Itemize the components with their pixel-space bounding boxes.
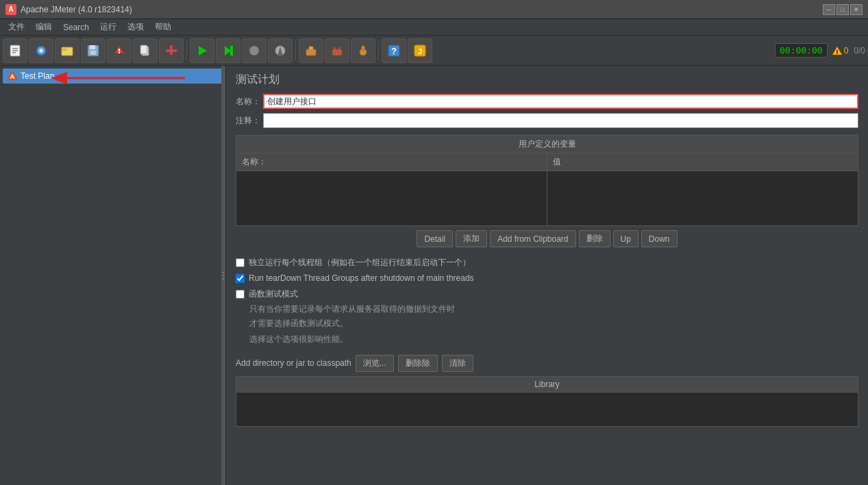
udv-actions: Detail 添加 Add from Clipboard 删除 Up Down [236, 230, 858, 247]
udv-name-cell [236, 171, 547, 226]
delete2-button[interactable]: 删除除 [398, 355, 438, 372]
remote-stop-button[interactable] [325, 38, 349, 63]
udv-col-value: 值 [547, 153, 858, 171]
option-text-3: 函数测试模式 [249, 288, 298, 300]
close-button[interactable]: ✕ [850, 4, 863, 15]
toolbar-separator-1 [186, 41, 187, 60]
library-table: Library [236, 376, 858, 427]
svg-rect-1 [12, 48, 18, 49]
menubar: 文件 编辑 Search 运行 选项 帮助 [0, 19, 868, 36]
svg-rect-26 [309, 47, 313, 50]
main-area: A Test Plan 测试计划 名称： [0, 66, 868, 485]
menu-run[interactable]: 运行 [95, 20, 122, 34]
browse-button[interactable]: 浏览... [356, 355, 394, 372]
svg-rect-8 [62, 49, 67, 51]
name-input[interactable] [263, 94, 858, 109]
toolbar-separator-2 [295, 41, 296, 60]
option-desc-1: 只有当你需要记录每个请求从服务器取得的撤据到文件时 [249, 303, 858, 315]
library-empty-row [236, 392, 858, 426]
svg-rect-10 [90, 45, 95, 49]
svg-marker-21 [230, 46, 233, 55]
run-count: 0/0 [854, 46, 865, 55]
menu-options[interactable]: 选项 [122, 20, 149, 34]
menu-help[interactable]: 帮助 [149, 20, 177, 34]
classpath-label: Add directory or jar to classpath [236, 358, 351, 368]
name-row: 名称： [236, 94, 858, 109]
cut-button[interactable] [159, 38, 184, 63]
start-button[interactable] [190, 38, 214, 63]
stop-button[interactable] [242, 38, 266, 63]
svg-rect-3 [12, 52, 16, 53]
svg-marker-20 [225, 46, 231, 55]
option-text-1: 独立运行每个线程组（例如在一个组运行结束后启动下一个） [249, 257, 471, 269]
warning-count: 0 [844, 46, 849, 55]
sidebar-resize-handle[interactable] [221, 66, 225, 485]
down-button[interactable]: Down [641, 230, 678, 247]
svg-rect-16 [140, 45, 147, 54]
detail-button[interactable]: Detail [417, 230, 453, 247]
svg-rect-18 [166, 49, 177, 52]
menu-file[interactable]: 文件 [3, 20, 30, 34]
section-title: 测试计划 [236, 73, 858, 87]
svg-rect-11 [90, 51, 96, 55]
comment-label: 注释： [236, 115, 263, 127]
add-clipboard-button[interactable]: Add from Clipboard [490, 230, 575, 247]
remote-shutdown-button[interactable] [351, 38, 375, 63]
comment-row: 注释： [236, 113, 858, 128]
tree-item-testplan[interactable]: A Test Plan [3, 69, 223, 84]
svg-text:!: ! [836, 49, 838, 55]
help-button[interactable]: ? [382, 38, 406, 63]
library-empty-cell [236, 392, 858, 426]
option-row-1: 独立运行每个线程组（例如在一个组运行结束后启动下一个） [236, 257, 858, 269]
option-desc-2: 才需要选择函数测试模式。 [249, 318, 858, 329]
content-area: 测试计划 名称： 注释： 用户定义的变量 名称： 值 [226, 66, 868, 485]
window-controls: ─ □ ✕ [823, 4, 863, 15]
svg-rect-31 [362, 46, 364, 51]
comment-input[interactable] [263, 113, 858, 128]
app-title: Apache JMeter (4.0 r1823414) [21, 5, 819, 14]
checkbox-independent[interactable] [236, 258, 245, 267]
udv-empty-row [236, 171, 858, 226]
option-text-2: Run tearDown Thread Groups after shutdow… [249, 273, 474, 284]
toolbar-separator-3 [378, 41, 379, 60]
library-col: Library [236, 376, 858, 392]
svg-rect-13 [119, 49, 120, 51]
svg-point-22 [249, 46, 259, 55]
delete-button[interactable]: 删除 [579, 230, 610, 247]
add-button[interactable]: 添加 [456, 230, 487, 247]
checkbox-functional[interactable] [236, 290, 245, 299]
svg-text:J: J [418, 47, 422, 55]
copy-button[interactable] [133, 38, 158, 63]
minimize-button[interactable]: ─ [823, 4, 835, 15]
menu-search[interactable]: Search [58, 21, 95, 34]
svg-point-6 [40, 49, 42, 52]
open-button[interactable] [55, 38, 79, 63]
titlebar: A Apache JMeter (4.0 r1823414) ─ □ ✕ [0, 0, 868, 19]
checkbox-teardown[interactable] [236, 274, 245, 283]
logo-button[interactable]: J [408, 38, 432, 63]
svg-text:A: A [10, 73, 15, 80]
classpath-section: Add directory or jar to classpath 浏览... … [236, 355, 858, 427]
svg-rect-14 [119, 52, 120, 53]
udv-col-name: 名称： [236, 153, 547, 171]
remote-start-button[interactable] [299, 38, 323, 63]
revert-button[interactable] [107, 38, 132, 63]
app-icon: A [5, 4, 16, 15]
shutdown-button[interactable] [268, 38, 293, 63]
start-no-pause-button[interactable] [216, 38, 240, 63]
save-button[interactable] [81, 38, 106, 63]
new-button[interactable] [3, 38, 27, 63]
udv-table: 名称： 值 [236, 153, 858, 226]
udv-value-cell [547, 171, 858, 226]
menu-edit[interactable]: 编辑 [30, 20, 58, 34]
up-button[interactable]: Up [613, 230, 638, 247]
svg-rect-2 [12, 50, 18, 51]
clear-button[interactable]: 清除 [442, 355, 473, 372]
toolbar: ? J 00:00:00 ! 0 0/0 [0, 36, 868, 66]
testplan-icon: A [7, 71, 18, 82]
maximize-button[interactable]: □ [836, 4, 849, 15]
option-row-2: Run tearDown Thread Groups after shutdow… [236, 273, 858, 284]
udv-title: 用户定义的变量 [236, 135, 858, 153]
svg-rect-7 [62, 47, 73, 55]
templates-button[interactable] [29, 38, 53, 63]
